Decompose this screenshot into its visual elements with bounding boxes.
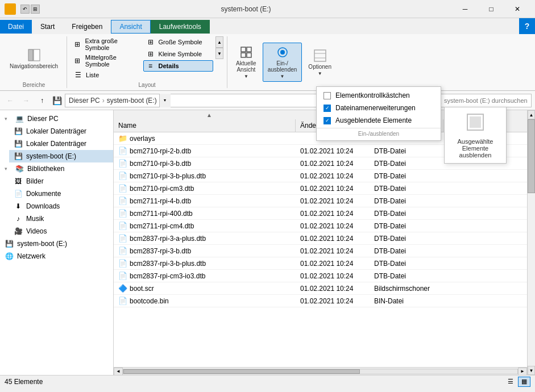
svg-rect-4 [241, 53, 246, 57]
vscroll-thumb[interactable] [528, 119, 535, 193]
tab-datei[interactable]: Datei [0, 20, 32, 34]
details-view-button[interactable]: ▦ [518, 377, 530, 387]
dropdown-item-elementkontroll[interactable]: Elementkontrollkästchen [317, 89, 441, 102]
vscroll-track [528, 119, 535, 366]
svg-rect-12 [470, 116, 481, 128]
checkbox-dateinamenerweiterungen[interactable] [324, 105, 331, 112]
tab-laufwerktools[interactable]: Laufwerktools [151, 20, 210, 34]
help-button[interactable]: ? [519, 18, 535, 34]
file-date: 01.02.2021 10:24 [296, 146, 370, 156]
path-segment-pc[interactable]: Dieser PC [69, 97, 100, 105]
sidebar-item-bilder[interactable]: 🖼 Bilder [9, 175, 113, 187]
sidebar-item-videos[interactable]: 🎥 Videos [9, 225, 113, 237]
file-date: 01.02.2021 10:24 [296, 296, 370, 306]
close-button[interactable]: ✕ [504, 0, 530, 18]
table-row[interactable]: 📄 bcm2837-rpi-3-a-plus.dtb 01.02.2021 10… [114, 232, 527, 245]
scroll-left-btn[interactable]: ◄ [114, 368, 123, 376]
current-view-icon [239, 45, 253, 59]
dropdown-label-ausgeblendete: Ausgeblendete Elemente [335, 116, 412, 124]
scroll-down-btn[interactable]: ▼ [528, 366, 535, 375]
sidebar-item-dokumente[interactable]: 📄 Dokumente [9, 187, 113, 200]
dieser-pc-icon: 💻 [15, 114, 24, 123]
sidebar-label-downloads: Downloads [26, 202, 60, 210]
scroll-up-btn[interactable]: ▲ [215, 36, 223, 48]
tab-ansicht[interactable]: Ansicht [111, 20, 150, 34]
table-row[interactable]: 📄 bcm2837-rpi-cm3-io3.dtb 01.02.2021 10:… [114, 270, 527, 282]
optionen-button[interactable]: Optionen ▼ [303, 46, 337, 79]
sidebar-item-system-boot-nav[interactable]: 💾 system-boot (E:) [0, 237, 113, 250]
table-row[interactable]: 📄 bcm2710-rpi-3-b-plus.dtb 01.02.2021 10… [114, 170, 527, 182]
sidebar-item-musik[interactable]: ♪ Musik [9, 212, 113, 225]
sidebar-item-bibliotheken[interactable]: ▾ 📚 Bibliotheken [0, 162, 113, 175]
layout-label: Layout [70, 81, 223, 88]
sidebar-item-dieser-pc[interactable]: ▾ 💻 Dieser PC [0, 112, 113, 125]
table-row[interactable]: 📄 bootcode.bin 01.02.2021 10:24 BIN-Date… [114, 295, 527, 307]
tab-freigeben[interactable]: Freigeben [63, 20, 111, 34]
scroll-thumb[interactable] [123, 369, 360, 374]
back-button[interactable]: ← [3, 94, 17, 107]
file-size [443, 275, 489, 277]
sidebar-item-lokaler-2[interactable]: 💾 Lokaler Datenträger [9, 137, 113, 150]
aktuelle-ansicht-button[interactable]: AktuelleAnsicht ▼ [231, 43, 262, 82]
sidebar-item-downloads[interactable]: ⬇ Downloads [9, 200, 113, 212]
sidebar-label-1: Lokaler Datenträger [26, 127, 86, 135]
properties-btn[interactable]: ⊞ [31, 5, 40, 14]
search-bar[interactable]: 🔍 [429, 94, 532, 107]
address-dropdown-button[interactable]: ▾ [159, 94, 171, 107]
file-size [443, 287, 489, 290]
svg-rect-1 [34, 49, 40, 61]
mittelgrosse-symbole-btn[interactable]: ⊞ Mittelgroße Symbole [70, 53, 141, 69]
scroll-track[interactable] [123, 369, 518, 374]
path-segment-drive[interactable]: system-boot (E:) [107, 97, 157, 105]
checkbox-elementkontroll[interactable] [324, 92, 331, 99]
sidebar-label-musik: Musik [26, 215, 44, 223]
table-row[interactable]: 📄 bcm2710-rpi-cm3.dtb 01.02.2021 10:24 D… [114, 182, 527, 195]
vertical-scrollbar[interactable]: ▲ ▼ [527, 110, 535, 375]
dropdown-item-ausgeblendete[interactable]: Ausgeblendete Elemente [317, 114, 441, 127]
file-icon: 📄 [118, 234, 127, 243]
file-name: 📄 bcm2711-rpi-4-b.dtb [114, 195, 296, 206]
table-row[interactable]: 📄 bcm2837-rpi-3-b.dtb 01.02.2021 10:24 D… [114, 245, 527, 257]
sidebar-item-netzwerk[interactable]: 🌐 Netzwerk [0, 250, 113, 262]
expand-icon-bib: ▾ [5, 166, 11, 172]
list-view-button[interactable]: ☰ [504, 377, 517, 387]
ein-ausblenden-button[interactable]: Ein-/ausblenden ▼ [263, 43, 302, 82]
kleine-symbole-btn[interactable]: ⊞ Kleine Symbole [143, 48, 214, 60]
forward-button[interactable]: → [19, 94, 33, 107]
sidebar-item-lokaler-1[interactable]: 💾 Lokaler Datenträger [9, 125, 113, 137]
details-btn[interactable]: ≡ Details [143, 60, 214, 72]
layout-right-col: ⊞ Große Symbole ⊞ Kleine Symbole ≡ Detai… [143, 36, 214, 72]
scroll-right-btn[interactable]: ► [518, 368, 527, 376]
table-row[interactable]: 📄 bcm2711-rpi-cm4.dtb 01.02.2021 10:24 D… [114, 220, 527, 232]
undo-btn[interactable]: ↶ [20, 5, 30, 14]
minimize-button[interactable]: ─ [452, 0, 478, 18]
table-row[interactable]: 🔷 boot.scr 01.02.2021 10:24 Bildschirmsc… [114, 282, 527, 295]
scroll-down-btn[interactable]: ▼ [215, 48, 223, 59]
bereiche-label: Bereiche [5, 81, 63, 88]
horizontal-scrollbar[interactable]: ◄ ► [114, 367, 527, 375]
layout-left-col: ⊞ Extra große Symbole ⊞ Mittelgroße Symb… [70, 36, 141, 81]
options-icon [313, 49, 327, 62]
medium-icon: ⊞ [73, 56, 82, 65]
table-row[interactable]: 📄 bcm2837-rpi-3-b-plus.dtb 01.02.2021 10… [114, 257, 527, 270]
tooltip-text: Ausgewählte Elemente ausblenden [451, 138, 499, 159]
table-row[interactable]: 📄 bcm2711-rpi-4-b.dtb 01.02.2021 10:24 D… [114, 195, 527, 207]
file-name: 📄 bcm2710-rpi-cm3.dtb [114, 183, 296, 194]
col-header-name[interactable]: Name [114, 119, 296, 132]
ribbon-container: Datei Start Freigeben Ansicht Laufwerkto… [0, 18, 535, 91]
dropdown-section-label: Ein-/ausblenden [317, 130, 441, 138]
liste-btn[interactable]: ☰ Liste [70, 69, 141, 81]
checkbox-ausgeblendete[interactable] [324, 117, 331, 124]
maximize-button[interactable]: □ [478, 0, 504, 18]
up-button[interactable]: ↑ [35, 94, 49, 107]
tab-start[interactable]: Start [32, 20, 63, 34]
search-input[interactable] [444, 97, 528, 104]
sidebar-label-videos: Videos [26, 227, 47, 235]
dropdown-item-dateinamenerweiterungen[interactable]: Dateinamenerweiterungen [317, 102, 441, 114]
grosse-symbole-btn[interactable]: ⊞ Große Symbole [143, 36, 214, 48]
table-row[interactable]: 📄 bcm2711-rpi-400.dtb 01.02.2021 10:24 D… [114, 207, 527, 220]
navigationsbereich-button[interactable]: Navigationsbereich [5, 45, 63, 72]
scroll-up-btn[interactable]: ▲ [528, 110, 535, 119]
extra-grosse-symbole-btn[interactable]: ⊞ Extra große Symbole [70, 36, 141, 52]
sidebar-item-system-boot[interactable]: 💾 system-boot (E:) [9, 150, 113, 162]
